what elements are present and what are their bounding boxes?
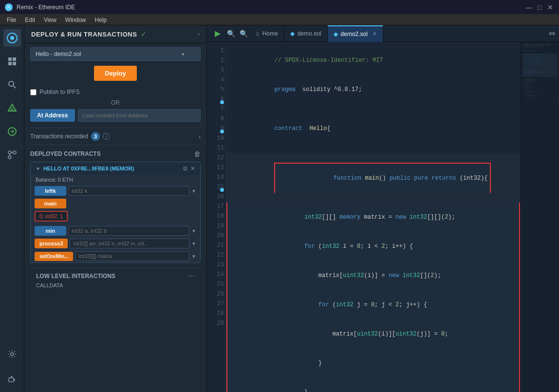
svg-rect-15 bbox=[9, 378, 14, 382]
deploy-button[interactable]: Deploy bbox=[94, 66, 136, 81]
svg-point-6 bbox=[9, 81, 14, 86]
function-row-min: min ▼ bbox=[31, 224, 200, 237]
contract-copy-icon[interactable]: ⧉ bbox=[183, 165, 187, 172]
low-level-info-icon[interactable]: ⋯ bbox=[188, 272, 195, 280]
tab-close-icon[interactable]: ✕ bbox=[373, 31, 377, 37]
low-level-header: Low level interactions ⋯ bbox=[36, 272, 195, 280]
search-button-1[interactable]: 🔍 bbox=[224, 27, 237, 40]
sidebar-item-file-explorer[interactable] bbox=[3, 53, 21, 70]
sidebar-item-solidity[interactable] bbox=[3, 99, 21, 117]
editor-container: 1 2 3 4 5 6 7 8 9 10 11 12 13 14 15 16 1 bbox=[207, 42, 559, 392]
menu-help[interactable]: Help bbox=[91, 16, 111, 24]
editor-area: ▶ 🔍 🔍 ⌂ Home ◆ demo.sol ◆ demo2.sol ✕ ⇔ bbox=[207, 25, 559, 392]
close-button[interactable]: ✕ bbox=[546, 3, 554, 11]
svg-line-7 bbox=[13, 86, 16, 88]
sidebar-item-settings[interactable] bbox=[3, 345, 21, 363]
function-btn-setonemin[interactable]: setOneMin... bbox=[35, 252, 73, 261]
contract-close-icon[interactable]: ✕ bbox=[190, 165, 195, 172]
maximize-button[interactable]: □ bbox=[536, 3, 543, 11]
function-chevron-leftk[interactable]: ▼ bbox=[191, 188, 196, 194]
contract-instance: ▼ HELLO AT 0XF8E...9FBE8 (MEMOR) ⧉ ✕ Bal… bbox=[30, 162, 201, 263]
icon-bar bbox=[0, 25, 24, 392]
panel-title: DEPLOY & RUN TRANSACTIONS bbox=[31, 31, 137, 38]
tx-count-badge: 3 bbox=[91, 132, 100, 141]
tab-home-label: Home bbox=[262, 30, 278, 37]
code-line-11: matrix[uint32(i)][uint32(j)] = 0; bbox=[226, 319, 520, 349]
at-address-input[interactable] bbox=[78, 109, 201, 122]
contract-selector[interactable]: Hello - demo2.sol ▼ bbox=[30, 47, 201, 61]
search-button-2[interactable]: 🔍 bbox=[237, 27, 250, 40]
at-address-button[interactable]: At Address bbox=[30, 109, 75, 122]
menu-view[interactable]: View bbox=[40, 16, 60, 24]
code-line-8: for (int32 i = 0; i < 2; i++) { bbox=[226, 232, 520, 261]
function-row-leftk: leftk ▼ bbox=[31, 185, 200, 197]
code-content[interactable]: // SPDX-License-Identifier: MIT pragma s… bbox=[226, 42, 520, 392]
tab-demo-icon: ◆ bbox=[290, 30, 295, 37]
contract-instance-name: HELLO AT 0XF8E...9FBE8 (MEMOR) bbox=[43, 166, 180, 171]
svg-point-1 bbox=[10, 36, 14, 40]
run-button[interactable]: ▶ bbox=[211, 27, 224, 40]
function-btn-process3[interactable]: process3 bbox=[35, 239, 68, 248]
function-chevron-process3[interactable]: ▼ bbox=[191, 241, 196, 246]
calldata-label: CALLDATA bbox=[36, 282, 63, 288]
menu-bar: File Edit View Window Help bbox=[0, 15, 559, 25]
sidebar-item-plugins[interactable] bbox=[3, 371, 21, 388]
at-address-row: At Address bbox=[30, 109, 201, 122]
tx-info-icon[interactable]: i bbox=[103, 133, 110, 140]
function-btn-main[interactable]: main bbox=[35, 199, 66, 208]
menu-edit[interactable]: Edit bbox=[21, 16, 39, 24]
function-input-setonemin[interactable] bbox=[75, 251, 189, 261]
code-line-2: pragma solidity ^0.8.17; bbox=[226, 75, 520, 104]
left-panel-header: DEPLOY & RUN TRANSACTIONS ✓ › bbox=[24, 25, 206, 43]
deployed-contracts-header: Deployed Contracts 🗑 bbox=[30, 150, 201, 158]
function-row-setoneminmatrix: setOneMin... ▼ bbox=[31, 250, 200, 262]
function-row-main: main bbox=[31, 197, 200, 210]
trash-icon[interactable]: 🗑 bbox=[194, 150, 201, 158]
function-btn-leftk[interactable]: leftk bbox=[35, 186, 66, 196]
sidebar-item-git[interactable] bbox=[3, 146, 21, 164]
sidebar-item-deploy[interactable] bbox=[3, 123, 21, 140]
code-line-12: } bbox=[226, 349, 520, 378]
function-input-process3[interactable] bbox=[70, 239, 189, 248]
result-row: 0: int32: 1 bbox=[31, 210, 200, 224]
function-input-min[interactable] bbox=[68, 226, 189, 236]
sidebar-item-remix-logo[interactable] bbox=[3, 29, 21, 47]
left-panel-content: Hello - demo2.sol ▼ Deploy Publish to IP… bbox=[24, 43, 206, 392]
tx-label: Transactions recorded bbox=[30, 133, 88, 140]
contract-select-value: Hello - demo2.sol bbox=[36, 51, 81, 57]
svg-rect-5 bbox=[13, 62, 16, 65]
tab-bar: ▶ 🔍 🔍 ⌂ Home ◆ demo.sol ◆ demo2.sol ✕ ⇔ bbox=[207, 25, 559, 42]
editor-main: 1 2 3 4 5 6 7 8 9 10 11 12 13 14 15 16 1 bbox=[207, 42, 559, 392]
function-input-leftk[interactable] bbox=[68, 186, 189, 196]
menu-window[interactable]: Window bbox=[61, 16, 90, 24]
contract-select-display[interactable]: Hello - demo2.sol ▼ bbox=[30, 47, 201, 61]
svg-point-14 bbox=[11, 353, 14, 355]
chevron-down-icon: ▼ bbox=[181, 52, 186, 57]
publish-ipfs-checkbox[interactable] bbox=[30, 89, 37, 95]
code-line-13: } bbox=[226, 378, 520, 392]
low-level-title: Low level interactions bbox=[36, 273, 115, 280]
svg-point-11 bbox=[8, 151, 11, 154]
tab-demo2-sol[interactable]: ◆ demo2.sol ✕ bbox=[328, 25, 383, 42]
code-line-6: function main() public pure returns (int… bbox=[226, 153, 520, 203]
function-chevron-min[interactable]: ▼ bbox=[191, 228, 196, 234]
tab-demo-sol[interactable]: ◆ demo.sol bbox=[284, 25, 328, 42]
check-icon: ✓ bbox=[141, 30, 147, 38]
expand-button[interactable]: ⇔ bbox=[549, 29, 555, 38]
menu-file[interactable]: File bbox=[3, 16, 20, 24]
minimize-button[interactable]: — bbox=[525, 3, 533, 11]
svg-rect-4 bbox=[8, 62, 12, 65]
contract-chevron-icon[interactable]: ▼ bbox=[36, 166, 40, 171]
publish-ipfs-row: Publish to IPFS bbox=[30, 89, 201, 95]
code-line-1: // SPDX-License-Identifier: MIT bbox=[226, 46, 520, 75]
function-btn-min[interactable]: min bbox=[35, 226, 66, 236]
sidebar-item-search[interactable] bbox=[3, 76, 21, 93]
tx-arrow-icon[interactable]: › bbox=[199, 133, 201, 140]
panel-arrow-icon[interactable]: › bbox=[198, 31, 200, 37]
tab-home[interactable]: ⌂ Home bbox=[250, 25, 284, 42]
low-level-interactions: Low level interactions ⋯ CALLDATA bbox=[30, 268, 201, 293]
function-chevron-setonemin[interactable]: ▼ bbox=[191, 254, 196, 259]
code-line-10: for (int32 j = 0; j < 2; j++) { bbox=[226, 290, 520, 319]
result-value: 0: int32: 1 bbox=[35, 211, 68, 222]
code-line-7: int32[][] memory matrix = new int32[][](… bbox=[226, 203, 520, 232]
